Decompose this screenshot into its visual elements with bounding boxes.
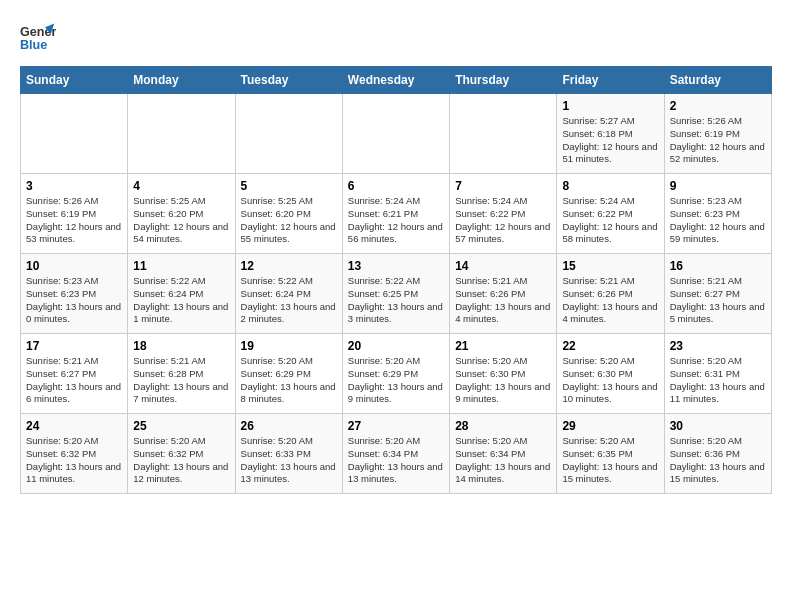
- week-row-4: 17Sunrise: 5:21 AM Sunset: 6:27 PM Dayli…: [21, 334, 772, 414]
- calendar-cell: 2Sunrise: 5:26 AM Sunset: 6:19 PM Daylig…: [664, 94, 771, 174]
- day-number: 5: [241, 179, 337, 193]
- calendar-cell: 1Sunrise: 5:27 AM Sunset: 6:18 PM Daylig…: [557, 94, 664, 174]
- day-number: 7: [455, 179, 551, 193]
- day-number: 30: [670, 419, 766, 433]
- calendar-cell: 9Sunrise: 5:23 AM Sunset: 6:23 PM Daylig…: [664, 174, 771, 254]
- day-number: 18: [133, 339, 229, 353]
- calendar-cell: 4Sunrise: 5:25 AM Sunset: 6:20 PM Daylig…: [128, 174, 235, 254]
- day-number: 15: [562, 259, 658, 273]
- day-number: 23: [670, 339, 766, 353]
- calendar-cell: 24Sunrise: 5:20 AM Sunset: 6:32 PM Dayli…: [21, 414, 128, 494]
- day-number: 16: [670, 259, 766, 273]
- day-number: 13: [348, 259, 444, 273]
- day-detail: Sunrise: 5:21 AM Sunset: 6:26 PM Dayligh…: [455, 275, 551, 326]
- week-row-1: 1Sunrise: 5:27 AM Sunset: 6:18 PM Daylig…: [21, 94, 772, 174]
- day-number: 29: [562, 419, 658, 433]
- day-detail: Sunrise: 5:26 AM Sunset: 6:19 PM Dayligh…: [670, 115, 766, 166]
- day-detail: Sunrise: 5:20 AM Sunset: 6:29 PM Dayligh…: [241, 355, 337, 406]
- day-number: 21: [455, 339, 551, 353]
- day-header-sunday: Sunday: [21, 67, 128, 94]
- day-detail: Sunrise: 5:21 AM Sunset: 6:26 PM Dayligh…: [562, 275, 658, 326]
- day-number: 25: [133, 419, 229, 433]
- calendar-cell: 28Sunrise: 5:20 AM Sunset: 6:34 PM Dayli…: [450, 414, 557, 494]
- calendar-cell: 16Sunrise: 5:21 AM Sunset: 6:27 PM Dayli…: [664, 254, 771, 334]
- day-number: 28: [455, 419, 551, 433]
- calendar-cell: 20Sunrise: 5:20 AM Sunset: 6:29 PM Dayli…: [342, 334, 449, 414]
- calendar-cell: 26Sunrise: 5:20 AM Sunset: 6:33 PM Dayli…: [235, 414, 342, 494]
- calendar-cell: 15Sunrise: 5:21 AM Sunset: 6:26 PM Dayli…: [557, 254, 664, 334]
- day-number: 19: [241, 339, 337, 353]
- day-number: 9: [670, 179, 766, 193]
- day-detail: Sunrise: 5:24 AM Sunset: 6:22 PM Dayligh…: [562, 195, 658, 246]
- day-detail: Sunrise: 5:20 AM Sunset: 6:35 PM Dayligh…: [562, 435, 658, 486]
- calendar-cell: [128, 94, 235, 174]
- day-detail: Sunrise: 5:27 AM Sunset: 6:18 PM Dayligh…: [562, 115, 658, 166]
- logo-icon: General Blue: [20, 20, 56, 56]
- calendar-cell: 14Sunrise: 5:21 AM Sunset: 6:26 PM Dayli…: [450, 254, 557, 334]
- day-number: 22: [562, 339, 658, 353]
- day-number: 10: [26, 259, 122, 273]
- day-detail: Sunrise: 5:24 AM Sunset: 6:21 PM Dayligh…: [348, 195, 444, 246]
- day-detail: Sunrise: 5:26 AM Sunset: 6:19 PM Dayligh…: [26, 195, 122, 246]
- day-number: 8: [562, 179, 658, 193]
- day-header-wednesday: Wednesday: [342, 67, 449, 94]
- day-header-friday: Friday: [557, 67, 664, 94]
- day-number: 3: [26, 179, 122, 193]
- day-number: 24: [26, 419, 122, 433]
- day-detail: Sunrise: 5:21 AM Sunset: 6:28 PM Dayligh…: [133, 355, 229, 406]
- week-row-5: 24Sunrise: 5:20 AM Sunset: 6:32 PM Dayli…: [21, 414, 772, 494]
- day-detail: Sunrise: 5:21 AM Sunset: 6:27 PM Dayligh…: [26, 355, 122, 406]
- day-number: 27: [348, 419, 444, 433]
- logo: General Blue: [20, 20, 56, 56]
- calendar-cell: [342, 94, 449, 174]
- calendar-cell: 19Sunrise: 5:20 AM Sunset: 6:29 PM Dayli…: [235, 334, 342, 414]
- calendar-cell: 5Sunrise: 5:25 AM Sunset: 6:20 PM Daylig…: [235, 174, 342, 254]
- day-detail: Sunrise: 5:22 AM Sunset: 6:25 PM Dayligh…: [348, 275, 444, 326]
- day-number: 14: [455, 259, 551, 273]
- day-detail: Sunrise: 5:24 AM Sunset: 6:22 PM Dayligh…: [455, 195, 551, 246]
- calendar-cell: [450, 94, 557, 174]
- day-detail: Sunrise: 5:20 AM Sunset: 6:34 PM Dayligh…: [455, 435, 551, 486]
- day-number: 1: [562, 99, 658, 113]
- svg-text:Blue: Blue: [20, 38, 47, 52]
- calendar-cell: [21, 94, 128, 174]
- day-detail: Sunrise: 5:20 AM Sunset: 6:32 PM Dayligh…: [26, 435, 122, 486]
- calendar-header: SundayMondayTuesdayWednesdayThursdayFrid…: [21, 67, 772, 94]
- day-detail: Sunrise: 5:20 AM Sunset: 6:36 PM Dayligh…: [670, 435, 766, 486]
- day-detail: Sunrise: 5:20 AM Sunset: 6:34 PM Dayligh…: [348, 435, 444, 486]
- day-detail: Sunrise: 5:23 AM Sunset: 6:23 PM Dayligh…: [670, 195, 766, 246]
- week-row-3: 10Sunrise: 5:23 AM Sunset: 6:23 PM Dayli…: [21, 254, 772, 334]
- day-detail: Sunrise: 5:20 AM Sunset: 6:29 PM Dayligh…: [348, 355, 444, 406]
- day-detail: Sunrise: 5:20 AM Sunset: 6:32 PM Dayligh…: [133, 435, 229, 486]
- calendar-cell: 29Sunrise: 5:20 AM Sunset: 6:35 PM Dayli…: [557, 414, 664, 494]
- day-number: 26: [241, 419, 337, 433]
- calendar-cell: 13Sunrise: 5:22 AM Sunset: 6:25 PM Dayli…: [342, 254, 449, 334]
- day-detail: Sunrise: 5:25 AM Sunset: 6:20 PM Dayligh…: [133, 195, 229, 246]
- calendar-cell: 27Sunrise: 5:20 AM Sunset: 6:34 PM Dayli…: [342, 414, 449, 494]
- day-detail: Sunrise: 5:20 AM Sunset: 6:30 PM Dayligh…: [455, 355, 551, 406]
- calendar-cell: 6Sunrise: 5:24 AM Sunset: 6:21 PM Daylig…: [342, 174, 449, 254]
- calendar-cell: 17Sunrise: 5:21 AM Sunset: 6:27 PM Dayli…: [21, 334, 128, 414]
- calendar-cell: 23Sunrise: 5:20 AM Sunset: 6:31 PM Dayli…: [664, 334, 771, 414]
- calendar-cell: 21Sunrise: 5:20 AM Sunset: 6:30 PM Dayli…: [450, 334, 557, 414]
- calendar-cell: 12Sunrise: 5:22 AM Sunset: 6:24 PM Dayli…: [235, 254, 342, 334]
- calendar-cell: 25Sunrise: 5:20 AM Sunset: 6:32 PM Dayli…: [128, 414, 235, 494]
- calendar-body: 1Sunrise: 5:27 AM Sunset: 6:18 PM Daylig…: [21, 94, 772, 494]
- day-detail: Sunrise: 5:21 AM Sunset: 6:27 PM Dayligh…: [670, 275, 766, 326]
- day-detail: Sunrise: 5:20 AM Sunset: 6:31 PM Dayligh…: [670, 355, 766, 406]
- calendar-cell: 18Sunrise: 5:21 AM Sunset: 6:28 PM Dayli…: [128, 334, 235, 414]
- day-number: 11: [133, 259, 229, 273]
- day-detail: Sunrise: 5:22 AM Sunset: 6:24 PM Dayligh…: [133, 275, 229, 326]
- day-number: 6: [348, 179, 444, 193]
- day-header-saturday: Saturday: [664, 67, 771, 94]
- calendar-cell: 8Sunrise: 5:24 AM Sunset: 6:22 PM Daylig…: [557, 174, 664, 254]
- day-detail: Sunrise: 5:23 AM Sunset: 6:23 PM Dayligh…: [26, 275, 122, 326]
- day-number: 4: [133, 179, 229, 193]
- day-number: 12: [241, 259, 337, 273]
- day-number: 17: [26, 339, 122, 353]
- header: General Blue: [20, 20, 772, 56]
- calendar-cell: 10Sunrise: 5:23 AM Sunset: 6:23 PM Dayli…: [21, 254, 128, 334]
- calendar-cell: 11Sunrise: 5:22 AM Sunset: 6:24 PM Dayli…: [128, 254, 235, 334]
- calendar-cell: 30Sunrise: 5:20 AM Sunset: 6:36 PM Dayli…: [664, 414, 771, 494]
- day-detail: Sunrise: 5:22 AM Sunset: 6:24 PM Dayligh…: [241, 275, 337, 326]
